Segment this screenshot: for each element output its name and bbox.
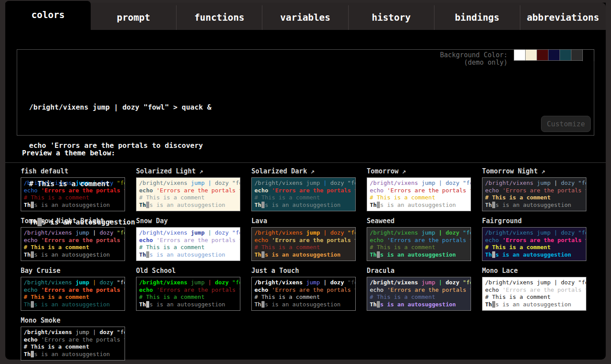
tab-colors[interactable]: colors	[5, 1, 91, 30]
background-swatch[interactable]	[571, 49, 583, 61]
code-token: # This is a comment	[24, 343, 89, 350]
card-line-autosuggestion: This is an autosuggestion	[24, 301, 122, 309]
code-token: Th	[139, 301, 146, 308]
theme-title-mono-lace: Mono Lace	[482, 267, 586, 275]
tab-prompt[interactable]: prompt	[91, 5, 176, 30]
card-line-comment: # This is a comment	[254, 294, 353, 301]
typed-text: Th	[29, 218, 37, 226]
code-token	[205, 279, 208, 286]
theme-preview-dracula[interactable]: /bright/vixens jump | dozy "fowl" > quac…	[367, 277, 471, 311]
theme-cell-old-school: Old School/bright/vixens jump | dozy "fo…	[136, 267, 240, 311]
code-token: s is an autosuggestion	[495, 301, 571, 308]
code-token	[89, 329, 93, 335]
code-token: jump	[75, 329, 89, 335]
terminal-sample-text: /bright/vixens jump | dozy "fowl" > quac…	[17, 50, 594, 254]
background-swatch[interactable]	[548, 49, 560, 61]
code-token: 'Errors are the portals to discovery	[387, 287, 471, 293]
tab-bar: colorspromptfunctionsvariableshistorybin…	[5, 3, 606, 30]
card-line-echo: echo 'Errors are the portals to discover…	[485, 287, 583, 294]
background-color-label: Background Color: (demo only)	[440, 51, 508, 66]
theme-cell-just-a-touch: Just a Touch/bright/vixens jump | dozy "…	[251, 267, 356, 311]
code-token	[435, 279, 439, 286]
code-token: "fowl" > quack &	[117, 329, 125, 335]
code-token	[89, 279, 93, 286]
theme-cell-mono-lace: Mono Lace/bright/vixens jump | dozy "fow…	[482, 267, 586, 311]
background-swatch[interactable]	[559, 49, 571, 61]
code-token: jump	[537, 279, 550, 286]
tab-history[interactable]: history	[348, 5, 434, 30]
card-line-echo: echo 'Errors are the portals to discover…	[370, 287, 468, 294]
card-line-echo: echo 'Errors are the portals to discover…	[254, 287, 353, 294]
code-token: 'Errors are the portals to discovery	[502, 287, 586, 293]
code-token: jump	[306, 279, 320, 286]
code-token: Th	[485, 301, 492, 308]
card-line-command: /bright/vixens jump | dozy "fowl" > quac…	[139, 279, 237, 287]
theme-cell-mono-smoke: Mono Smoke/bright/vixens jump | dozy "fo…	[21, 316, 125, 360]
tab-bindings[interactable]: bindings	[434, 5, 520, 30]
code-token: 'Errors are the portals to discovery	[272, 287, 356, 293]
card-line-comment: # This is a comment	[139, 294, 237, 301]
background-swatch[interactable]	[525, 49, 537, 61]
code-token: echo	[24, 287, 41, 293]
code-token: Th	[370, 301, 377, 308]
code-token: /bright/vixens	[485, 279, 537, 286]
code-token: dozy	[561, 279, 574, 286]
theme-cell-bay-cruise: Bay Cruise/bright/vixens jump | dozy "fo…	[21, 267, 125, 311]
code-token: "fowl" > quack &	[117, 279, 125, 286]
card-line-command: /bright/vixens jump | dozy "fowl" > quac…	[254, 279, 353, 287]
tab-functions[interactable]: functions	[176, 5, 262, 30]
code-token: echo	[139, 287, 156, 293]
code-token: # This is a comment	[485, 294, 551, 300]
theme-title-mono-smoke: Mono Smoke	[21, 316, 125, 324]
theme-preview-mono-smoke[interactable]: /bright/vixens jump | dozy "fowl" > quac…	[21, 327, 125, 360]
code-token: "fowl" > quack &	[578, 279, 586, 286]
card-line-echo: echo 'Errors are the portals to discover…	[139, 287, 237, 294]
code-token: /bright/vixens	[24, 279, 75, 286]
theme-title-just-a-touch: Just a Touch	[251, 267, 356, 275]
theme-preview-just-a-touch[interactable]: /bright/vixens jump | dozy "fowl" > quac…	[251, 277, 356, 311]
code-token: echo	[24, 336, 41, 343]
theme-preview-bay-cruise[interactable]: /bright/vixens jump | dozy "fowl" > quac…	[21, 277, 125, 311]
code-token: echo	[485, 287, 502, 293]
theme-preview-mono-lace[interactable]: /bright/vixens jump | dozy "fowl" > quac…	[482, 277, 586, 311]
code-token: /bright/vixens	[139, 279, 191, 286]
customize-button[interactable]: Customize	[541, 116, 591, 132]
card-line-echo: echo 'Errors are the portals to discover…	[24, 287, 122, 294]
card-line-autosuggestion: This is an autosuggestion	[24, 351, 122, 358]
card-line-command: /bright/vixens jump | dozy "fowl" > quac…	[485, 279, 583, 287]
code-token: # This is a comment	[370, 294, 435, 300]
code-token: "fowl" > quack &	[232, 279, 240, 286]
code-token: echo	[254, 287, 272, 293]
tab-abbreviations[interactable]: abbreviations	[520, 5, 606, 30]
terminal-line-echo: echo 'Errors are the portals to discover…	[29, 139, 594, 152]
card-line-comment: # This is a comment	[370, 294, 468, 301]
theme-preview-old-school[interactable]: /bright/vixens jump | dozy "fowl" > quac…	[136, 277, 240, 311]
code-token: 'Errors are the portals to discovery	[156, 287, 240, 293]
code-token: s is an autosuggestion	[380, 301, 456, 308]
card-line-command: /bright/vixens jump | dozy "fowl" > quac…	[24, 329, 122, 336]
background-swatches	[514, 49, 594, 61]
theme-cell-dracula: Dracula/bright/vixens jump | dozy "fowl"…	[367, 267, 471, 311]
code-token: /bright/vixens	[24, 329, 75, 335]
background-swatch[interactable]	[537, 49, 548, 61]
code-token: Th	[24, 301, 31, 308]
card-line-autosuggestion: This is an autosuggestion	[254, 301, 353, 309]
code-token: echo	[370, 287, 387, 293]
code-token: # This is a comment	[139, 294, 205, 300]
code-token	[551, 279, 554, 286]
code-token: s is an autosuggestion	[265, 301, 340, 308]
background-color-label-line2: (demo only)	[440, 59, 508, 66]
card-line-comment: # This is a comment	[24, 343, 122, 351]
background-swatch-selected[interactable]	[582, 49, 594, 61]
card-line-command: /bright/vixens jump | dozy "fowl" > quac…	[24, 279, 122, 287]
code-token: 'Errors are the portals to discovery	[41, 336, 125, 343]
tab-variables[interactable]: variables	[262, 5, 348, 30]
code-token: s is an autosuggestion	[34, 351, 110, 357]
theme-title-old-school: Old School	[136, 267, 240, 275]
background-swatch[interactable]	[514, 49, 526, 61]
terminal-line-comment: # This is a comment	[29, 177, 594, 190]
code-token: dozy	[99, 329, 113, 335]
page-frame: colorspromptfunctionsvariableshistorybin…	[0, 0, 611, 364]
card-line-autosuggestion: This is an autosuggestion	[139, 301, 237, 309]
terminal-line-autosuggestion: This is an autosuggestion	[29, 216, 594, 228]
